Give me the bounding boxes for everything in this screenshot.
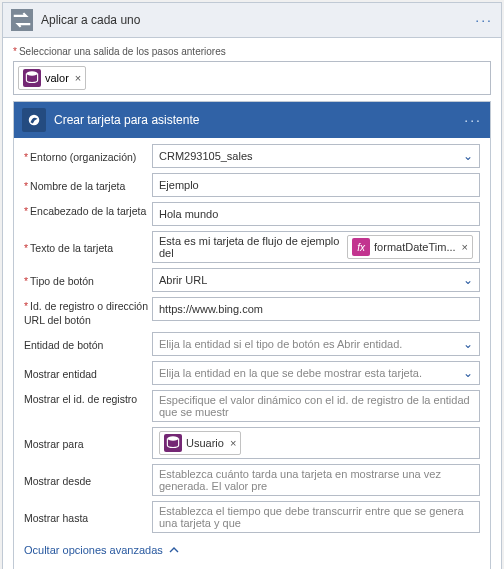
button-type-select[interactable]: Abrir URL ⌄ [152,268,480,292]
expression-token[interactable]: fx formatDateTim... × [347,235,473,259]
token-label: valor [45,72,69,84]
select-output-input[interactable]: valor × [13,61,491,95]
card-name-label: *Nombre de la tarjeta [24,177,152,194]
show-from-input[interactable]: Establezca cuánto tarda una tarjeta en m… [152,464,480,496]
chevron-down-icon: ⌄ [463,337,473,351]
show-from-label: Mostrar desde [24,472,152,489]
remove-token-icon[interactable]: × [75,72,81,84]
card-header-label: *Encabezado de la tarjeta [24,202,152,219]
token-label: Usuario [186,437,224,449]
card-text-input[interactable]: Esta es mi tarjeta de flujo de ejemplo d… [152,231,480,263]
show-for-input[interactable]: Usuario × [152,427,480,459]
token-label: formatDateTim... [374,241,456,253]
value-token[interactable]: valor × [18,66,86,90]
select-output-label: *Seleccionar una salida de los pasos ant… [13,46,491,57]
chevron-up-icon [169,545,179,555]
apply-to-each-title: Aplicar a cada uno [33,13,475,27]
record-url-input[interactable]: https://www.bing.com [152,297,480,321]
database-icon [164,434,182,452]
show-record-id-input[interactable]: Especifique el valor dinámico con el id.… [152,390,480,422]
chevron-down-icon: ⌄ [463,366,473,380]
show-for-label: Mostrar para [24,435,152,452]
create-card-form: *Entorno (organización) CRM293105_sales … [14,138,490,569]
card-name-input[interactable]: Ejemplo [152,173,480,197]
remove-token-icon[interactable]: × [462,241,468,253]
create-card-action: Crear tarjeta para asistente ··· *Entorn… [13,101,491,569]
record-url-label: *Id. de registro o dirección URL del bot… [24,297,152,327]
advanced-options-toggle[interactable]: Ocultar opciones avanzadas [24,538,179,564]
remove-token-icon[interactable]: × [230,437,236,449]
fx-icon: fx [352,238,370,256]
card-text-static: Esta es mi tarjeta de flujo de ejemplo d… [159,235,345,259]
user-token[interactable]: Usuario × [159,431,241,455]
show-record-id-label: Mostrar el id. de registro [24,390,152,407]
apply-to-each-card: Aplicar a cada uno ··· *Seleccionar una … [2,2,502,569]
database-icon [23,69,41,87]
card-header-input[interactable]: Hola mundo [152,202,480,226]
dynamics-icon [22,108,46,132]
show-until-input[interactable]: Establezca el tiempo que debe transcurri… [152,501,480,533]
card-text-label: *Texto de la tarjeta [24,239,152,256]
svg-point-0 [26,71,37,76]
environment-label: *Entorno (organización) [24,148,152,165]
apply-to-each-body: *Seleccionar una salida de los pasos ant… [3,38,501,569]
show-entity-select[interactable]: Elija la entidad en la que se debe mostr… [152,361,480,385]
button-entity-label: Entidad de botón [24,336,152,353]
show-entity-label: Mostrar entidad [24,365,152,382]
chevron-down-icon: ⌄ [463,273,473,287]
create-card-menu[interactable]: ··· [464,112,482,128]
create-card-title: Crear tarjeta para asistente [46,113,464,127]
environment-select[interactable]: CRM293105_sales ⌄ [152,144,480,168]
apply-to-each-header[interactable]: Aplicar a cada uno ··· [3,3,501,38]
apply-to-each-menu[interactable]: ··· [475,12,493,28]
show-until-label: Mostrar hasta [24,509,152,526]
create-card-header[interactable]: Crear tarjeta para asistente ··· [14,102,490,138]
button-entity-select[interactable]: Elija la entidad si el tipo de botón es … [152,332,480,356]
loop-icon [11,9,33,31]
chevron-down-icon: ⌄ [463,149,473,163]
button-type-label: *Tipo de botón [24,272,152,289]
svg-point-2 [167,437,178,442]
